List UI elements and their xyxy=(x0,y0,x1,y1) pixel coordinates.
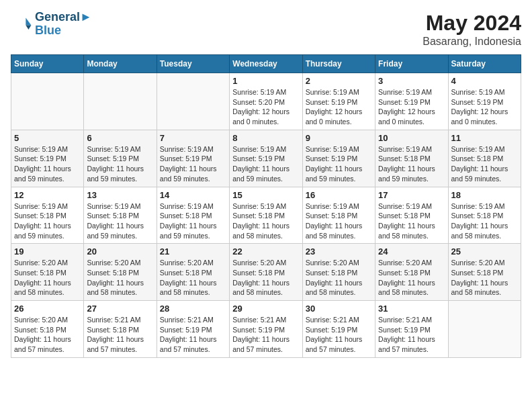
calendar-cell: 31 Sunrise: 5:21 AMSunset: 5:19 PMDaylig… xyxy=(375,301,448,358)
day-info: Sunrise: 5:20 AMSunset: 5:18 PMDaylight:… xyxy=(232,258,299,298)
calendar-header-monday: Monday xyxy=(84,55,157,73)
calendar-cell xyxy=(84,73,157,130)
day-info: Sunrise: 5:20 AMSunset: 5:18 PMDaylight:… xyxy=(87,258,153,298)
day-info: Sunrise: 5:20 AMSunset: 5:18 PMDaylight:… xyxy=(451,258,518,298)
day-info: Sunrise: 5:19 AMSunset: 5:19 PMDaylight:… xyxy=(160,144,226,184)
day-info: Sunrise: 5:19 AMSunset: 5:19 PMDaylight:… xyxy=(451,87,518,127)
day-info: Sunrise: 5:19 AMSunset: 5:20 PMDaylight:… xyxy=(232,87,299,127)
day-number: 19 xyxy=(14,246,81,257)
calendar-cell: 29 Sunrise: 5:21 AMSunset: 5:19 PMDaylig… xyxy=(230,301,302,358)
day-info: Sunrise: 5:21 AMSunset: 5:19 PMDaylight:… xyxy=(232,315,299,355)
day-number: 6 xyxy=(87,133,153,143)
calendar-header-row: SundayMondayTuesdayWednesdayThursdayFrid… xyxy=(11,55,521,73)
calendar-cell: 21 Sunrise: 5:20 AMSunset: 5:18 PMDaylig… xyxy=(157,244,229,301)
day-info: Sunrise: 5:20 AMSunset: 5:18 PMDaylight:… xyxy=(14,315,81,355)
day-number: 25 xyxy=(451,246,518,257)
month-year: May 2024 xyxy=(423,11,521,36)
calendar-cell: 30 Sunrise: 5:21 AMSunset: 5:19 PMDaylig… xyxy=(302,301,375,358)
calendar-cell: 3 Sunrise: 5:19 AMSunset: 5:19 PMDayligh… xyxy=(375,73,448,130)
day-info: Sunrise: 5:19 AMSunset: 5:18 PMDaylight:… xyxy=(306,201,372,241)
day-info: Sunrise: 5:21 AMSunset: 5:19 PMDaylight:… xyxy=(306,315,372,355)
calendar-cell: 24 Sunrise: 5:20 AMSunset: 5:18 PMDaylig… xyxy=(375,244,448,301)
calendar-cell: 9 Sunrise: 5:19 AMSunset: 5:19 PMDayligh… xyxy=(302,130,375,187)
calendar-week-2: 5 Sunrise: 5:19 AMSunset: 5:19 PMDayligh… xyxy=(11,130,521,187)
day-info: Sunrise: 5:19 AMSunset: 5:19 PMDaylight:… xyxy=(306,144,372,184)
day-number: 20 xyxy=(87,246,153,257)
calendar-header-tuesday: Tuesday xyxy=(157,55,229,73)
page-header: General► Blue May 2024 Basarang, Indones… xyxy=(11,11,521,48)
day-number: 13 xyxy=(87,190,153,200)
calendar-week-1: 1 Sunrise: 5:19 AMSunset: 5:20 PMDayligh… xyxy=(11,73,521,130)
day-info: Sunrise: 5:19 AMSunset: 5:19 PMDaylight:… xyxy=(306,87,372,127)
day-info: Sunrise: 5:19 AMSunset: 5:18 PMDaylight:… xyxy=(378,144,445,184)
calendar-cell: 27 Sunrise: 5:21 AMSunset: 5:18 PMDaylig… xyxy=(84,301,157,358)
calendar-header-friday: Friday xyxy=(375,55,448,73)
calendar-cell xyxy=(11,73,84,130)
day-info: Sunrise: 5:19 AMSunset: 5:18 PMDaylight:… xyxy=(451,144,518,184)
day-info: Sunrise: 5:19 AMSunset: 5:18 PMDaylight:… xyxy=(378,201,445,241)
day-number: 30 xyxy=(306,304,372,314)
day-info: Sunrise: 5:19 AMSunset: 5:18 PMDaylight:… xyxy=(451,201,518,241)
day-number: 22 xyxy=(232,246,299,257)
svg-marker-1 xyxy=(26,25,31,29)
day-number: 9 xyxy=(306,133,372,143)
day-number: 16 xyxy=(306,190,372,200)
day-number: 14 xyxy=(160,190,226,200)
day-number: 15 xyxy=(232,190,299,200)
day-info: Sunrise: 5:21 AMSunset: 5:19 PMDaylight:… xyxy=(160,315,226,355)
day-number: 27 xyxy=(87,304,153,314)
day-number: 21 xyxy=(160,246,226,257)
calendar-cell: 22 Sunrise: 5:20 AMSunset: 5:18 PMDaylig… xyxy=(230,244,302,301)
calendar-cell: 23 Sunrise: 5:20 AMSunset: 5:18 PMDaylig… xyxy=(302,244,375,301)
calendar-body: 1 Sunrise: 5:19 AMSunset: 5:20 PMDayligh… xyxy=(11,73,521,358)
day-info: Sunrise: 5:20 AMSunset: 5:18 PMDaylight:… xyxy=(14,258,81,298)
calendar-cell: 20 Sunrise: 5:20 AMSunset: 5:18 PMDaylig… xyxy=(84,244,157,301)
calendar-cell: 6 Sunrise: 5:19 AMSunset: 5:19 PMDayligh… xyxy=(84,130,157,187)
day-number: 5 xyxy=(14,133,81,143)
day-number: 7 xyxy=(160,133,226,143)
calendar-table: SundayMondayTuesdayWednesdayThursdayFrid… xyxy=(11,54,521,358)
day-number: 10 xyxy=(378,133,445,143)
calendar-cell: 17 Sunrise: 5:19 AMSunset: 5:18 PMDaylig… xyxy=(375,187,448,244)
calendar-cell: 15 Sunrise: 5:19 AMSunset: 5:18 PMDaylig… xyxy=(230,187,302,244)
logo-icon xyxy=(11,13,32,35)
calendar-cell: 2 Sunrise: 5:19 AMSunset: 5:19 PMDayligh… xyxy=(302,73,375,130)
calendar-header-wednesday: Wednesday xyxy=(230,55,302,73)
calendar-cell: 18 Sunrise: 5:19 AMSunset: 5:18 PMDaylig… xyxy=(448,187,521,244)
day-number: 18 xyxy=(451,190,518,200)
day-number: 31 xyxy=(378,304,445,314)
day-number: 12 xyxy=(14,190,81,200)
calendar-cell: 7 Sunrise: 5:19 AMSunset: 5:19 PMDayligh… xyxy=(157,130,229,187)
calendar-week-5: 26 Sunrise: 5:20 AMSunset: 5:18 PMDaylig… xyxy=(11,301,521,358)
calendar-cell: 19 Sunrise: 5:20 AMSunset: 5:18 PMDaylig… xyxy=(11,244,84,301)
calendar-cell: 11 Sunrise: 5:19 AMSunset: 5:18 PMDaylig… xyxy=(448,130,521,187)
day-number: 23 xyxy=(306,246,372,257)
calendar-cell: 13 Sunrise: 5:19 AMSunset: 5:18 PMDaylig… xyxy=(84,187,157,244)
day-info: Sunrise: 5:19 AMSunset: 5:18 PMDaylight:… xyxy=(232,201,299,241)
day-info: Sunrise: 5:21 AMSunset: 5:19 PMDaylight:… xyxy=(378,315,445,355)
svg-marker-0 xyxy=(26,17,31,25)
day-number: 24 xyxy=(378,246,445,257)
calendar-cell: 1 Sunrise: 5:19 AMSunset: 5:20 PMDayligh… xyxy=(230,73,302,130)
day-number: 3 xyxy=(378,76,445,86)
day-info: Sunrise: 5:19 AMSunset: 5:18 PMDaylight:… xyxy=(87,201,153,241)
day-info: Sunrise: 5:19 AMSunset: 5:19 PMDaylight:… xyxy=(378,87,445,127)
calendar-week-3: 12 Sunrise: 5:19 AMSunset: 5:18 PMDaylig… xyxy=(11,187,521,244)
logo: General► Blue xyxy=(11,11,92,38)
day-number: 4 xyxy=(451,76,518,86)
day-info: Sunrise: 5:21 AMSunset: 5:18 PMDaylight:… xyxy=(87,315,153,355)
calendar-cell xyxy=(448,301,521,358)
day-info: Sunrise: 5:19 AMSunset: 5:18 PMDaylight:… xyxy=(14,201,81,241)
day-info: Sunrise: 5:20 AMSunset: 5:18 PMDaylight:… xyxy=(306,258,372,298)
calendar-cell: 10 Sunrise: 5:19 AMSunset: 5:18 PMDaylig… xyxy=(375,130,448,187)
calendar-cell xyxy=(157,73,229,130)
logo-text: General► Blue xyxy=(35,11,92,38)
day-info: Sunrise: 5:20 AMSunset: 5:18 PMDaylight:… xyxy=(160,258,226,298)
calendar-header-saturday: Saturday xyxy=(448,55,521,73)
day-number: 8 xyxy=(232,133,299,143)
calendar-header-sunday: Sunday xyxy=(11,55,84,73)
day-info: Sunrise: 5:20 AMSunset: 5:18 PMDaylight:… xyxy=(378,258,445,298)
day-info: Sunrise: 5:19 AMSunset: 5:19 PMDaylight:… xyxy=(232,144,299,184)
calendar-cell: 26 Sunrise: 5:20 AMSunset: 5:18 PMDaylig… xyxy=(11,301,84,358)
calendar-cell: 28 Sunrise: 5:21 AMSunset: 5:19 PMDaylig… xyxy=(157,301,229,358)
